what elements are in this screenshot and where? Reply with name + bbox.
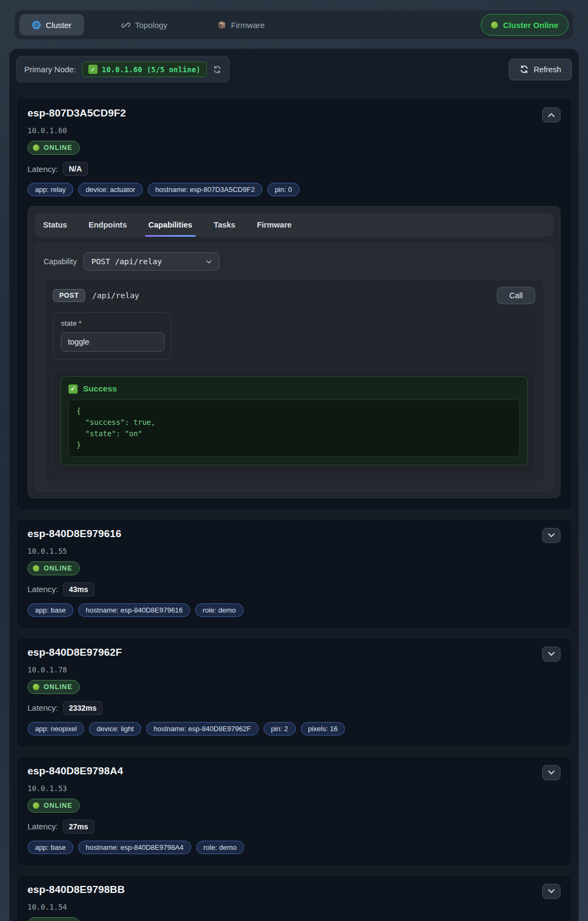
device-ip: 10.0.1.60 [27,126,561,135]
primary-node-box: Primary Node: ✓ 10.0.1.60 (5/5 online) [16,56,230,83]
param-box: state * toggle [53,312,171,360]
tab-topology-label: Topology [135,20,168,30]
latency-row: Latency: N/A [27,162,561,176]
status-badge: ONLINE [27,917,80,921]
tags-row: app: base hostname: esp-840D8E9798A4 rol… [27,841,561,854]
refresh-button[interactable]: Refresh [509,59,572,80]
online-dot-icon [33,802,39,809]
latency-label: Latency: [27,822,58,831]
status-label: ONLINE [44,683,72,691]
expand-button[interactable] [542,884,561,899]
chevron-down-icon [548,889,555,893]
tab-firmware-detail[interactable]: Firmware [257,213,292,237]
status-badge: ONLINE [27,561,80,575]
status-label: ONLINE [44,144,72,152]
chevron-up-icon [548,113,555,118]
latency-label: Latency: [27,703,58,712]
tag: role: demo [195,603,243,617]
state-input[interactable]: toggle [61,332,164,352]
device-detail-panel: Status Endpoints Capabilities Tasks Firm… [27,206,561,498]
method-chip: POST [53,289,85,302]
status-dot-icon [491,22,498,29]
device-ip: 10.0.1.54 [27,903,561,911]
latency-value: N/A [63,162,88,176]
success-box: ✓ Success { "success": true, "state": "o… [60,376,528,465]
card-header: esp-840D8E97962F [27,647,561,662]
tags-row: app: base hostname: esp-840D8E979616 rol… [27,603,561,617]
call-row: POST /api/relay Call [53,287,535,304]
tag: app: base [27,603,73,617]
tag: hostname: esp-840D8E979616 [78,603,190,617]
endpoint-path: /api/relay [92,291,139,300]
expand-button[interactable] [542,528,561,543]
primary-node-label: Primary Node: [24,65,76,74]
card-header: esp-807D3A5CD9F2 [27,107,561,122]
tag: hostname: esp-840D8E97962F [146,722,259,736]
device-name: esp-840D8E9798A4 [27,765,123,777]
tab-topology[interactable]: Topology [109,14,180,36]
tab-cluster[interactable]: Cluster [19,14,84,36]
link-icon [121,20,130,30]
cluster-status-label: Cluster Online [503,20,558,30]
tag: pixels: 16 [301,722,345,736]
capability-selected-value: POST /api/relay [91,257,162,266]
online-dot-icon [33,145,39,151]
tag: hostname: esp-807D3A5CD9F2 [148,183,262,196]
capability-select[interactable]: POST /api/relay [84,252,219,271]
call-card: POST /api/relay Call state * toggle ✓ Su… [44,279,544,482]
device-card: esp-840D8E979616 10.0.1.55 ONLINE Latenc… [16,519,572,629]
result-json: { "success": true, "state": "on" } [68,400,520,457]
capability-label: Capability [44,257,77,266]
capability-panel: Capability POST /api/relay POST /api/rel… [34,243,554,491]
device-ip: 10.0.1.55 [27,547,561,555]
tag: hostname: esp-840D8E9798A4 [78,841,191,854]
tab-cluster-label: Cluster [46,20,72,30]
tab-endpoints[interactable]: Endpoints [88,213,127,237]
tag: device: light [89,722,141,736]
tags-row: app: neopixel device: light hostname: es… [27,722,561,736]
main-container: Primary Node: ✓ 10.0.1.60 (5/5 online) R… [9,49,579,921]
device-ip: 10.0.1.78 [27,665,561,674]
latency-value: 2332ms [63,701,102,715]
chevron-down-icon [206,260,212,264]
refresh-icon [520,65,529,74]
tag: app: relay [27,183,73,196]
status-badge: ONLINE [27,680,80,694]
primary-node-row: Primary Node: ✓ 10.0.1.60 (5/5 online) R… [16,56,572,83]
param-label: state * [61,319,163,327]
tab-capabilities[interactable]: Capabilities [148,213,192,237]
package-icon [217,20,226,30]
primary-node-value: 10.0.1.60 (5/5 online) [102,65,200,74]
tag: app: neopixel [27,722,84,736]
online-dot-icon [33,684,39,690]
status-label: ONLINE [44,802,72,809]
chevron-down-icon [548,651,555,656]
tag: pin: 2 [264,722,296,736]
collapse-button[interactable] [542,107,561,122]
top-navbar: Cluster Topology Firmware Cluster Online [14,10,574,40]
call-button[interactable]: Call [497,287,535,304]
card-header: esp-840D8E9798BB [27,884,561,899]
status-badge: ONLINE [27,799,80,813]
expand-button[interactable] [542,647,561,662]
device-name: esp-840D8E979616 [27,528,121,540]
device-name: esp-840D8E9798BB [27,884,125,896]
globe-icon [32,20,41,30]
tags-row: app: relay device: actuator hostname: es… [27,183,561,196]
device-card: esp-840D8E97962F 10.0.1.78 ONLINE Latenc… [16,637,572,747]
device-name: esp-807D3A5CD9F2 [27,107,126,119]
latency-row: Latency: 43ms [27,582,561,596]
device-name: esp-840D8E97962F [27,647,122,658]
device-card: esp-840D8E9798A4 10.0.1.53 ONLINE Latenc… [16,756,572,866]
device-card: esp-840D8E9798BB 10.0.1.54 ONLINE Latenc… [16,875,572,921]
tab-firmware[interactable]: Firmware [205,14,278,36]
tab-status[interactable]: Status [43,213,67,237]
online-dot-icon [33,565,39,572]
status-label: ONLINE [44,565,72,572]
chevron-down-icon [548,770,555,775]
tab-tasks[interactable]: Tasks [214,213,236,237]
expand-button[interactable] [542,765,561,780]
latency-value: 27ms [63,820,94,834]
sync-icon[interactable] [213,65,222,74]
cluster-status-badge: Cluster Online [481,14,569,36]
